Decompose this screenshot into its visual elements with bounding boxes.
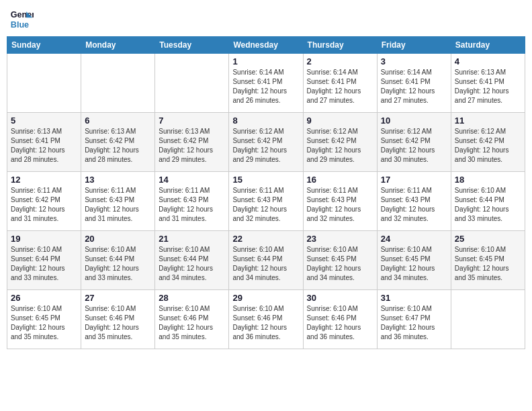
day-number: 9 [307, 116, 373, 126]
day-cell: 13Sunrise: 6:11 AMSunset: 6:43 PMDayligh… [81, 172, 155, 231]
week-row-1: 5Sunrise: 6:13 AMSunset: 6:41 PMDaylight… [7, 113, 525, 172]
day-cell: 4Sunrise: 6:13 AMSunset: 6:41 PMDaylight… [451, 54, 525, 113]
day-cell: 1Sunrise: 6:14 AMSunset: 6:41 PMDaylight… [229, 54, 303, 113]
day-cell: 6Sunrise: 6:13 AMSunset: 6:42 PMDaylight… [81, 113, 155, 172]
day-number: 29 [232, 293, 299, 303]
day-info: Sunrise: 6:12 AMSunset: 6:42 PMDaylight:… [232, 127, 299, 165]
day-info: Sunrise: 6:10 AMSunset: 6:45 PMDaylight:… [307, 245, 373, 283]
day-info: Sunrise: 6:13 AMSunset: 6:42 PMDaylight:… [159, 127, 225, 165]
day-number: 4 [455, 56, 521, 66]
day-cell: 18Sunrise: 6:10 AMSunset: 6:44 PMDayligh… [451, 172, 525, 231]
day-cell: 15Sunrise: 6:11 AMSunset: 6:43 PMDayligh… [229, 172, 303, 231]
day-info: Sunrise: 6:11 AMSunset: 6:43 PMDaylight:… [159, 186, 225, 224]
day-number: 23 [307, 234, 373, 244]
day-cell: 9Sunrise: 6:12 AMSunset: 6:42 PMDaylight… [303, 113, 377, 172]
day-info: Sunrise: 6:14 AMSunset: 6:41 PMDaylight:… [307, 68, 373, 105]
day-number: 26 [11, 293, 77, 303]
day-info: Sunrise: 6:14 AMSunset: 6:41 PMDaylight:… [381, 68, 447, 105]
week-row-0: 1Sunrise: 6:14 AMSunset: 6:41 PMDaylight… [7, 54, 525, 113]
day-info: Sunrise: 6:11 AMSunset: 6:43 PMDaylight:… [307, 186, 373, 224]
day-cell [7, 54, 81, 113]
header-saturday: Saturday [451, 37, 525, 54]
day-cell: 20Sunrise: 6:10 AMSunset: 6:44 PMDayligh… [81, 231, 155, 290]
day-cell: 23Sunrise: 6:10 AMSunset: 6:45 PMDayligh… [303, 231, 377, 290]
day-info: Sunrise: 6:10 AMSunset: 6:44 PMDaylight:… [11, 245, 77, 283]
day-info: Sunrise: 6:10 AMSunset: 6:46 PMDaylight:… [307, 304, 373, 342]
day-number: 10 [381, 116, 447, 126]
day-cell: 21Sunrise: 6:10 AMSunset: 6:44 PMDayligh… [155, 231, 229, 290]
day-cell [81, 54, 155, 113]
day-number: 27 [85, 293, 151, 303]
day-number: 12 [11, 175, 77, 185]
day-number: 30 [307, 293, 373, 303]
day-number: 5 [11, 116, 77, 126]
day-number: 7 [159, 116, 225, 126]
header-sunday: Sunday [7, 37, 81, 54]
day-info: Sunrise: 6:12 AMSunset: 6:42 PMDaylight:… [381, 127, 447, 165]
svg-text:Blue: Blue [11, 20, 29, 30]
day-info: Sunrise: 6:13 AMSunset: 6:41 PMDaylight:… [455, 68, 521, 105]
day-cell: 22Sunrise: 6:10 AMSunset: 6:44 PMDayligh… [229, 231, 303, 290]
day-info: Sunrise: 6:10 AMSunset: 6:44 PMDaylight:… [159, 245, 225, 283]
svg-text:General: General [11, 10, 34, 19]
day-number: 19 [11, 234, 77, 244]
day-cell: 31Sunrise: 6:10 AMSunset: 6:47 PMDayligh… [377, 290, 451, 349]
week-row-4: 26Sunrise: 6:10 AMSunset: 6:45 PMDayligh… [7, 290, 525, 349]
day-info: Sunrise: 6:10 AMSunset: 6:44 PMDaylight:… [232, 245, 299, 283]
header-friday: Friday [377, 37, 451, 54]
header-row: SundayMondayTuesdayWednesdayThursdayFrid… [7, 37, 525, 54]
day-number: 14 [159, 175, 225, 185]
day-info: Sunrise: 6:10 AMSunset: 6:45 PMDaylight:… [381, 245, 447, 283]
day-number: 22 [232, 234, 299, 244]
day-cell: 16Sunrise: 6:11 AMSunset: 6:43 PMDayligh… [303, 172, 377, 231]
day-number: 8 [232, 116, 299, 126]
day-info: Sunrise: 6:10 AMSunset: 6:45 PMDaylight:… [455, 245, 521, 283]
day-cell: 14Sunrise: 6:11 AMSunset: 6:43 PMDayligh… [155, 172, 229, 231]
header-monday: Monday [81, 37, 155, 54]
day-info: Sunrise: 6:10 AMSunset: 6:44 PMDaylight:… [85, 245, 151, 283]
day-number: 3 [381, 56, 447, 66]
day-cell: 2Sunrise: 6:14 AMSunset: 6:41 PMDaylight… [303, 54, 377, 113]
day-cell: 30Sunrise: 6:10 AMSunset: 6:46 PMDayligh… [303, 290, 377, 349]
day-cell: 3Sunrise: 6:14 AMSunset: 6:41 PMDaylight… [377, 54, 451, 113]
day-cell: 19Sunrise: 6:10 AMSunset: 6:44 PMDayligh… [7, 231, 81, 290]
calendar-table: SundayMondayTuesdayWednesdayThursdayFrid… [7, 36, 525, 349]
day-cell: 8Sunrise: 6:12 AMSunset: 6:42 PMDaylight… [229, 113, 303, 172]
day-info: Sunrise: 6:12 AMSunset: 6:42 PMDaylight:… [455, 127, 521, 165]
day-number: 24 [381, 234, 447, 244]
day-cell: 5Sunrise: 6:13 AMSunset: 6:41 PMDaylight… [7, 113, 81, 172]
day-info: Sunrise: 6:13 AMSunset: 6:41 PMDaylight:… [11, 127, 77, 165]
day-cell: 10Sunrise: 6:12 AMSunset: 6:42 PMDayligh… [377, 113, 451, 172]
logo: General Blue [9, 7, 34, 31]
day-info: Sunrise: 6:10 AMSunset: 6:46 PMDaylight:… [85, 304, 151, 342]
day-info: Sunrise: 6:10 AMSunset: 6:46 PMDaylight:… [232, 304, 299, 342]
day-info: Sunrise: 6:13 AMSunset: 6:42 PMDaylight:… [85, 127, 151, 165]
day-info: Sunrise: 6:11 AMSunset: 6:43 PMDaylight:… [381, 186, 447, 224]
day-info: Sunrise: 6:11 AMSunset: 6:43 PMDaylight:… [232, 186, 299, 224]
page-header: General Blue [7, 7, 525, 31]
day-number: 25 [455, 234, 521, 244]
day-number: 28 [159, 293, 225, 303]
day-cell: 25Sunrise: 6:10 AMSunset: 6:45 PMDayligh… [451, 231, 525, 290]
week-row-2: 12Sunrise: 6:11 AMSunset: 6:42 PMDayligh… [7, 172, 525, 231]
day-info: Sunrise: 6:10 AMSunset: 6:44 PMDaylight:… [455, 186, 521, 224]
day-info: Sunrise: 6:10 AMSunset: 6:45 PMDaylight:… [11, 304, 77, 342]
day-cell: 11Sunrise: 6:12 AMSunset: 6:42 PMDayligh… [451, 113, 525, 172]
day-cell [155, 54, 229, 113]
day-number: 11 [455, 116, 521, 126]
day-cell: 17Sunrise: 6:11 AMSunset: 6:43 PMDayligh… [377, 172, 451, 231]
header-wednesday: Wednesday [229, 37, 303, 54]
day-info: Sunrise: 6:14 AMSunset: 6:41 PMDaylight:… [232, 68, 299, 105]
day-info: Sunrise: 6:12 AMSunset: 6:42 PMDaylight:… [307, 127, 373, 165]
day-cell: 24Sunrise: 6:10 AMSunset: 6:45 PMDayligh… [377, 231, 451, 290]
day-number: 6 [85, 116, 151, 126]
day-cell: 28Sunrise: 6:10 AMSunset: 6:46 PMDayligh… [155, 290, 229, 349]
day-number: 31 [381, 293, 447, 303]
header-thursday: Thursday [303, 37, 377, 54]
day-cell: 29Sunrise: 6:10 AMSunset: 6:46 PMDayligh… [229, 290, 303, 349]
day-cell: 27Sunrise: 6:10 AMSunset: 6:46 PMDayligh… [81, 290, 155, 349]
day-number: 13 [85, 175, 151, 185]
day-number: 16 [307, 175, 373, 185]
day-number: 2 [307, 56, 373, 66]
day-number: 18 [455, 175, 521, 185]
